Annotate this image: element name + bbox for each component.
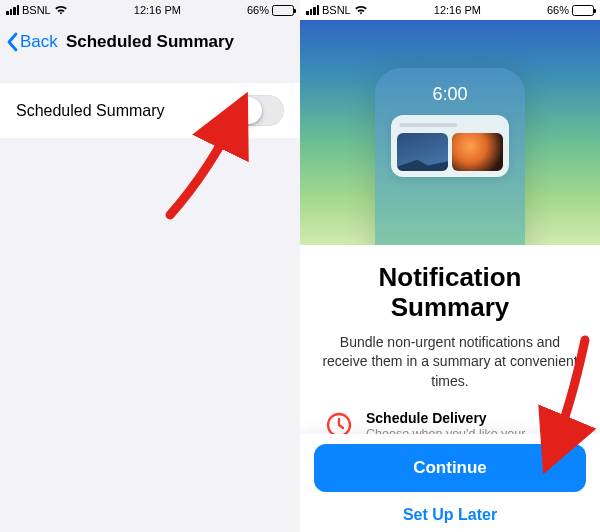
status-bar: BSNL 12:16 PM 66% (0, 0, 300, 20)
signal-icon (306, 5, 319, 15)
onboarding-heading: Notification Summary (322, 263, 578, 323)
onboarding-content: Notification Summary Bundle non-urgent n… (300, 245, 600, 459)
carrier-label: BSNL (322, 4, 351, 16)
bottom-button-bar: Continue Set Up Later (300, 434, 600, 532)
nav-bar: Back Scheduled Summary (0, 20, 300, 64)
battery-pct: 66% (547, 4, 569, 16)
battery-icon (272, 5, 294, 16)
signal-icon (6, 5, 19, 15)
onboarding-body: Bundle non-urgent notifications and rece… (322, 333, 578, 392)
chevron-left-icon (6, 32, 18, 52)
battery-pct: 66% (247, 4, 269, 16)
back-button[interactable]: Back (0, 32, 58, 52)
wifi-icon (354, 5, 368, 15)
status-bar: BSNL 12:16 PM 66% (300, 0, 600, 20)
scheduled-summary-row: Scheduled Summary (0, 82, 300, 139)
carrier-label: BSNL (22, 4, 51, 16)
onboarding-screen: BSNL 12:16 PM 66% 6:00 Notification Summ… (300, 0, 600, 532)
wifi-icon (54, 5, 68, 15)
status-time: 12:16 PM (434, 4, 481, 16)
status-time: 12:16 PM (134, 4, 181, 16)
battery-icon (572, 5, 594, 16)
settings-screen: BSNL 12:16 PM 66% Back Scheduled Summary… (0, 0, 300, 532)
scheduled-summary-toggle[interactable] (233, 95, 284, 126)
feature-title: Schedule Delivery (366, 410, 576, 426)
mock-lockscreen-time: 6:00 (432, 84, 467, 105)
phone-mockup: 6:00 (375, 68, 525, 245)
hero-illustration: 6:00 (300, 20, 600, 245)
row-label: Scheduled Summary (16, 102, 165, 120)
set-up-later-button[interactable]: Set Up Later (314, 500, 586, 526)
back-label: Back (20, 32, 58, 52)
summary-card-mock (391, 115, 509, 177)
continue-button[interactable]: Continue (314, 444, 586, 492)
